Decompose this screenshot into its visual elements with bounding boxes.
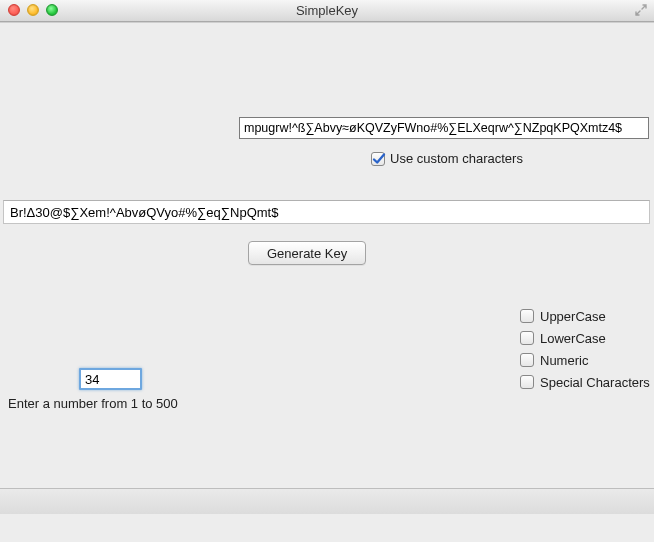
numeric-checkbox[interactable] [520, 353, 534, 367]
character-options-group: UpperCase LowerCase Numeric Special Char… [520, 307, 650, 391]
close-icon[interactable] [8, 4, 20, 16]
lowercase-row: LowerCase [520, 329, 650, 347]
use-custom-characters-row: Use custom characters [371, 151, 523, 166]
footer-bar [0, 488, 654, 514]
uppercase-checkbox[interactable] [520, 309, 534, 323]
numeric-label: Numeric [540, 353, 588, 368]
window-title: SimpleKey [296, 3, 358, 18]
maximize-icon[interactable] [634, 3, 648, 17]
window-controls [8, 4, 58, 16]
zoom-icon[interactable] [46, 4, 58, 16]
uppercase-row: UpperCase [520, 307, 650, 325]
generated-key-output[interactable] [3, 200, 650, 224]
numeric-row: Numeric [520, 351, 650, 369]
minimize-icon[interactable] [27, 4, 39, 16]
title-bar: SimpleKey [0, 0, 654, 22]
uppercase-label: UpperCase [540, 309, 606, 324]
special-characters-label: Special Characters [540, 375, 650, 390]
generate-key-button[interactable]: Generate Key [248, 241, 366, 265]
use-custom-characters-checkbox[interactable] [371, 152, 385, 166]
special-characters-checkbox[interactable] [520, 375, 534, 389]
custom-characters-input[interactable] [239, 117, 649, 139]
lowercase-label: LowerCase [540, 331, 606, 346]
lowercase-checkbox[interactable] [520, 331, 534, 345]
special-row: Special Characters [520, 373, 650, 391]
content-area: Use custom characters Generate Key Upper… [0, 22, 654, 514]
key-length-hint: Enter a number from 1 to 500 [8, 396, 178, 411]
use-custom-characters-label: Use custom characters [390, 151, 523, 166]
key-length-input[interactable] [79, 368, 142, 390]
